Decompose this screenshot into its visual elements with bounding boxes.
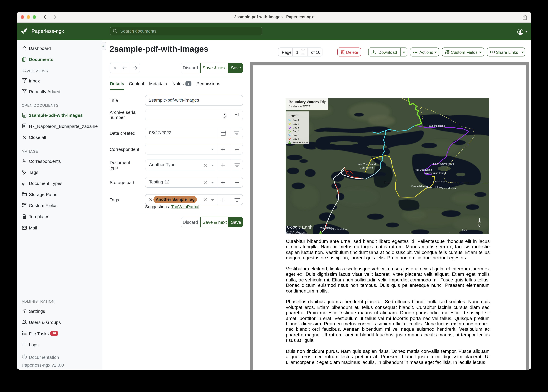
svg-text:Six days in BWCA: Six days in BWCA (288, 105, 310, 108)
svg-text:Canoe Island: Canoe Island (411, 185, 426, 188)
svg-text:3 mi: 3 mi (462, 229, 467, 231)
svg-text:Day 6: Day 6 (292, 137, 299, 140)
svg-text:Norway Island: Norway Island (426, 186, 442, 189)
svg-text:Hausons Island: Hausons Island (427, 124, 445, 127)
svg-text:N: N (477, 224, 480, 228)
svg-text:Gary Island: Gary Island (360, 166, 373, 169)
svg-text:Boundary Waters Trip: Boundary Waters Trip (288, 100, 326, 104)
svg-text:Half Dog Island: Half Dog Island (414, 168, 432, 171)
svg-text:Squirrel Island: Squirrel Island (441, 187, 457, 189)
svg-text:Lincoln Island: Lincoln Island (432, 180, 447, 183)
svg-text:Day 5: Day 5 (292, 133, 299, 136)
svg-text:New York Island: New York Island (357, 162, 375, 165)
svg-text:Washington Island: Washington Island (425, 171, 446, 174)
svg-text:Day 4: Day 4 (292, 130, 299, 133)
svg-text:Charlies Island: Charlies Island (331, 228, 348, 231)
svg-text:Day 3: Day 3 (292, 126, 299, 129)
svg-text:Day 2: Day 2 (292, 122, 299, 125)
svg-text:Entry Point 24: Entry Point 24 (292, 141, 308, 144)
svg-text:Image © 2017 DigitalGlobe: Image © 2017 DigitalGlobe (286, 232, 308, 234)
svg-text:Mile Island: Mile Island (320, 226, 332, 229)
svg-text:Indian Grave Island: Indian Grave Island (433, 162, 454, 165)
svg-text:Text: Text (383, 181, 390, 185)
svg-text:Legend: Legend (288, 113, 299, 117)
svg-text:Google Earth: Google Earth (287, 224, 312, 229)
svg-text:Day 1: Day 1 (292, 119, 299, 121)
